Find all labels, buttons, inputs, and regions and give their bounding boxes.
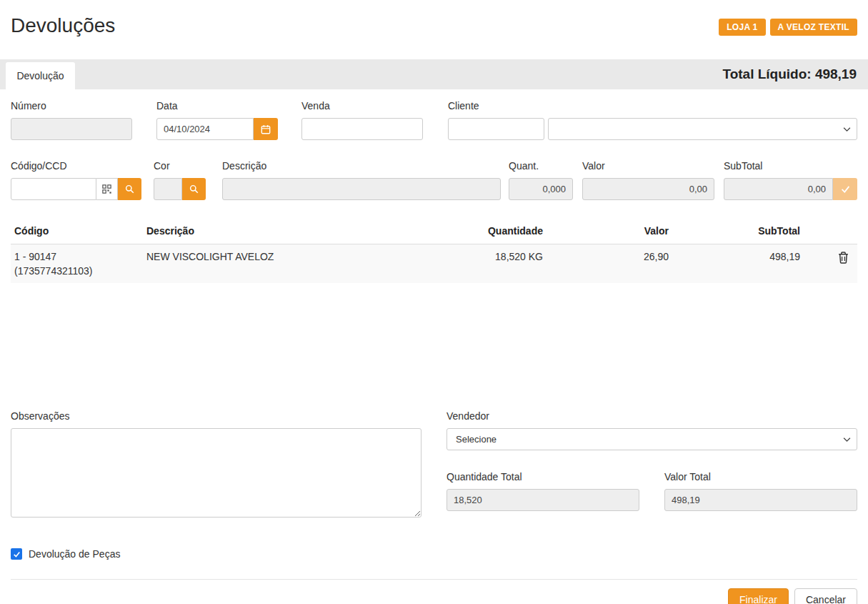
row-actions <box>804 251 857 277</box>
row-subtotal: 498,19 <box>672 251 804 277</box>
cor-field: Cor <box>154 160 206 200</box>
lower-right-panel: Vendedor Selecione Quantidade Total Valo… <box>447 410 857 511</box>
row-codigo-line1: 1 - 90147 <box>14 251 139 262</box>
items-table-header: Código Descrição Quantidade Valor SubTot… <box>11 218 857 244</box>
valor-total-label: Valor Total <box>664 471 857 482</box>
header-badges: LOJA 1 A VELOZ TEXTIL <box>719 19 857 59</box>
row-quantidade: 18,520 KG <box>439 251 547 277</box>
barcode-scan-button[interactable] <box>96 178 118 200</box>
descricao-field: Descrição <box>222 160 501 200</box>
page-header: Devoluções LOJA 1 A VELOZ TEXTIL <box>0 0 868 59</box>
valor-total-input <box>664 489 857 511</box>
venda-field: Venda <box>301 100 423 140</box>
row-codigo: 1 - 90147 (1735774321103) <box>11 251 143 277</box>
cor-search-button[interactable] <box>182 178 206 200</box>
data-label: Data <box>156 100 278 112</box>
numero-label: Número <box>11 100 132 112</box>
col-actions <box>804 225 857 237</box>
quantidade-total-input <box>447 489 639 511</box>
cliente-label: Cliente <box>448 100 857 112</box>
finalizar-button[interactable]: Finalizar <box>728 588 789 604</box>
trash-icon <box>838 252 849 264</box>
observacoes-field: Observações <box>11 410 421 520</box>
store-badge[interactable]: LOJA 1 <box>719 19 765 36</box>
totals-row: Quantidade Total Valor Total <box>447 471 857 511</box>
subtotal-field: SubTotal <box>724 160 857 200</box>
row-valor: 26,90 <box>547 251 672 277</box>
vendedor-field: Vendedor Selecione <box>447 410 857 450</box>
col-subtotal: SubTotal <box>672 225 804 237</box>
cor-label: Cor <box>154 160 206 172</box>
venda-input[interactable] <box>301 118 423 140</box>
search-icon <box>125 184 134 194</box>
quantidade-total-field: Quantidade Total <box>447 471 639 511</box>
descricao-input <box>222 178 501 200</box>
col-codigo: Código <box>11 225 143 237</box>
tab-devolucao-label: Devolução <box>16 70 64 81</box>
vendedor-label: Vendedor <box>447 410 857 422</box>
delete-row-button[interactable] <box>838 251 849 277</box>
row-codigo-line2: (1735774321103) <box>14 265 139 277</box>
descricao-label: Descrição <box>222 160 501 172</box>
calendar-button[interactable] <box>254 118 278 140</box>
search-icon <box>189 184 199 194</box>
table-empty-space <box>11 283 857 410</box>
quant-input <box>509 178 573 200</box>
company-badge[interactable]: A VELOZ TEXTIL <box>770 19 857 36</box>
venda-label: Venda <box>301 100 423 112</box>
valor-field: Valor <box>582 160 714 200</box>
lower-section: Observações Vendedor Selecione Quantidad… <box>11 410 857 520</box>
devolucao-pecas-checkbox[interactable]: Devolução de Peças <box>11 548 120 560</box>
data-field: Data <box>156 100 278 140</box>
codigo-ccd-field: Código/CCD <box>11 160 141 200</box>
form-row-1: Número Data Venda Cliente <box>11 100 857 140</box>
quant-field: Quant. <box>509 160 573 200</box>
tab-devolucao[interactable]: Devolução <box>6 62 75 89</box>
numero-input <box>11 118 132 140</box>
codigo-ccd-input[interactable] <box>11 178 96 200</box>
cancelar-button[interactable]: Cancelar <box>794 588 857 604</box>
footer-actions: Finalizar Cancelar <box>11 579 857 604</box>
row-descricao: NEW VISCOLIGHT AVELOZ <box>143 251 439 277</box>
data-input[interactable] <box>156 118 254 140</box>
col-quantidade: Quantidade <box>439 225 547 237</box>
qrcode-icon <box>102 184 111 194</box>
cliente-select-wrap <box>548 118 857 140</box>
quant-label: Quant. <box>509 160 573 172</box>
quantidade-total-label: Quantidade Total <box>447 471 639 482</box>
form-row-2: Código/CCD Cor <box>11 160 857 200</box>
total-liquido: Total Líquido: 498,19 <box>722 66 857 82</box>
observacoes-textarea[interactable] <box>11 428 421 518</box>
cliente-select[interactable] <box>548 118 857 140</box>
items-table: Código Descrição Quantidade Valor SubTot… <box>11 218 857 410</box>
valor-input <box>582 178 714 200</box>
subtotal-label: SubTotal <box>724 160 857 172</box>
check-icon <box>841 184 850 194</box>
checkbox-check-icon[interactable] <box>11 548 22 560</box>
col-descricao: Descrição <box>143 225 439 237</box>
cliente-field: Cliente <box>448 100 857 140</box>
vendedor-select[interactable]: Selecione <box>447 428 857 450</box>
confirm-item-button[interactable] <box>833 178 857 200</box>
cor-input <box>154 178 182 200</box>
table-row: 1 - 90147 (1735774321103) NEW VISCOLIGHT… <box>11 244 857 283</box>
main-content: Número Data Venda Cliente <box>0 89 868 604</box>
valor-total-field: Valor Total <box>664 471 857 511</box>
observacoes-label: Observações <box>11 410 421 422</box>
calendar-icon <box>261 124 271 134</box>
cliente-code-input[interactable] <box>448 118 544 140</box>
col-valor: Valor <box>547 225 672 237</box>
codigo-ccd-label: Código/CCD <box>11 160 141 172</box>
tab-bar: Devolução Total Líquido: 498,19 <box>0 59 868 89</box>
subtotal-input <box>724 178 833 200</box>
page-title: Devoluções <box>11 14 115 59</box>
vendedor-select-wrap: Selecione <box>447 428 857 450</box>
valor-label: Valor <box>582 160 714 172</box>
numero-field: Número <box>11 100 132 140</box>
codigo-search-button[interactable] <box>118 178 141 200</box>
devolucao-pecas-label: Devolução de Peças <box>29 548 120 560</box>
